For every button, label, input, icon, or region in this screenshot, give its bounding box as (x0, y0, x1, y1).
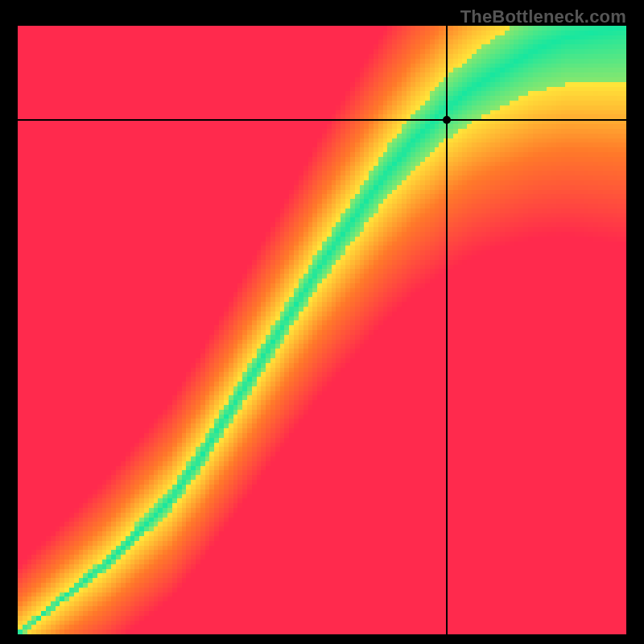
heatmap-canvas (18, 26, 626, 634)
crosshair-horizontal (18, 119, 626, 121)
attribution-label: TheBottleneck.com (460, 6, 626, 27)
chart-container: TheBottleneck.com (0, 0, 644, 644)
marker-dot (443, 116, 451, 124)
plot-area (18, 26, 626, 634)
